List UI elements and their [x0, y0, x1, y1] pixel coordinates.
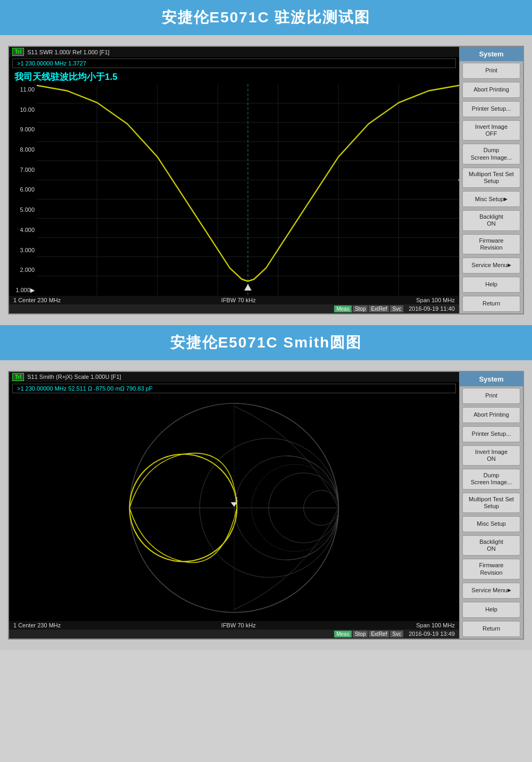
- sidebar1-abort-btn[interactable]: Abort Printing: [462, 82, 520, 98]
- sidebar1-print-btn[interactable]: Print: [462, 63, 520, 79]
- sidebar2: System Print Abort Printing Printer Setu…: [459, 372, 523, 639]
- svg-text:1: 1: [235, 496, 238, 502]
- sidebar2-print-btn[interactable]: Print: [462, 388, 520, 404]
- status-svc2: Svc: [390, 631, 403, 637]
- sidebar1-misc-btn[interactable]: Misc Setup: [462, 191, 520, 207]
- sidebar2-title: System: [460, 372, 523, 386]
- sidebar2-abort-btn[interactable]: Abort Printing: [462, 407, 520, 423]
- chart2-timestamp: 2016-09-19 13:49: [409, 631, 455, 637]
- svg-marker-17: [244, 284, 252, 290]
- sidebar2-help-btn[interactable]: Help: [462, 602, 520, 618]
- sidebar1-dump-btn[interactable]: DumpScreen Image...: [462, 144, 520, 164]
- chart1-annotation: 我司天线驻波比均小于1.5: [9, 70, 459, 84]
- chart1-bottom-center: IFBW 70 kHz: [221, 297, 256, 303]
- sidebar2-firmware-btn[interactable]: FirmwareRevision: [462, 559, 520, 579]
- chart2-marker: >1 230.00000 MHz 52.511 Ω -875.00 mΩ 790…: [12, 384, 456, 393]
- sidebar1-return-btn[interactable]: Return: [462, 296, 520, 312]
- sidebar1-help-btn[interactable]: Help: [462, 277, 520, 293]
- section1-title: 安捷伦E5071C 驻波比测试图: [0, 0, 532, 35]
- chart1-trace-info: S11 SWR 1.000/ Ref 1.000 [F1]: [27, 49, 110, 55]
- status-stop2: Stop: [353, 631, 368, 637]
- chart2-trace-info: S11 Smith (R+jX) Scale 1.000U [F1]: [27, 374, 121, 380]
- sidebar2-dump-btn[interactable]: DumpScreen Image...: [462, 469, 520, 489]
- sidebar2-service-btn[interactable]: Service Menu: [462, 583, 520, 599]
- chart2-bottom-right: Span 100 MHz: [416, 622, 455, 628]
- chart1-area: Trl S11 SWR 1.000/ Ref 1.000 [F1] >1 230…: [9, 47, 459, 313]
- sidebar2-misc-btn[interactable]: Misc Setup: [462, 516, 520, 532]
- sidebar1: System Print Abort Printing Printer Setu…: [459, 47, 523, 313]
- chart1-marker: >1 230.00000 MHz 1.3727: [12, 59, 456, 68]
- sidebar1-backlight-btn[interactable]: BacklightON: [462, 210, 520, 230]
- status-extref2: ExtRef: [369, 631, 389, 637]
- sidebar1-title: System: [460, 47, 523, 61]
- status-svc1: Svc: [390, 305, 403, 312]
- section2-title: 安捷伦E5071C Smith圆图: [0, 325, 532, 360]
- sidebar2-printer-setup-btn[interactable]: Printer Setup...: [462, 426, 520, 442]
- sidebar2-return-btn[interactable]: Return: [462, 621, 520, 637]
- trl-badge2: Trl: [12, 373, 24, 381]
- status-stop1: Stop: [353, 305, 368, 312]
- chart1-bottom-left: 1 Center 230 MHz: [13, 297, 61, 303]
- chart1-timestamp: 2016-09-19 11:40: [409, 305, 455, 312]
- svg-marker-18: [458, 176, 459, 184]
- chart1-bottom-right: Span 100 MHz: [416, 297, 455, 303]
- sidebar2-invert-btn[interactable]: Invert ImageON: [462, 445, 520, 466]
- status-meas2[interactable]: Meas: [334, 631, 351, 637]
- sidebar2-multiport-btn[interactable]: Multiport Test SetSetup: [462, 493, 520, 513]
- trl-badge1: Trl: [12, 48, 24, 56]
- chart2-area: Trl S11 Smith (R+jX) Scale 1.000U [F1] >…: [9, 372, 459, 639]
- chart2-bottom-left: 1 Center 230 MHz: [13, 622, 61, 628]
- sidebar1-invert-btn[interactable]: Invert ImageOFF: [462, 120, 520, 140]
- sidebar1-service-btn[interactable]: Service Menu: [462, 258, 520, 274]
- sidebar1-printer-setup-btn[interactable]: Printer Setup...: [462, 101, 520, 117]
- sidebar1-multiport-btn[interactable]: Multiport Test SetSetup: [462, 168, 520, 188]
- status-meas1[interactable]: Meas: [334, 305, 351, 312]
- chart1-svg: [37, 84, 459, 296]
- status-extref1: ExtRef: [369, 305, 389, 312]
- chart2-smith-svg: 1: [9, 395, 459, 621]
- chart2-bottom-center: IFBW 70 kHz: [221, 622, 256, 628]
- sidebar2-backlight-btn[interactable]: BacklightON: [462, 535, 520, 556]
- sidebar1-firmware-btn[interactable]: FirmwareRevision: [462, 234, 520, 254]
